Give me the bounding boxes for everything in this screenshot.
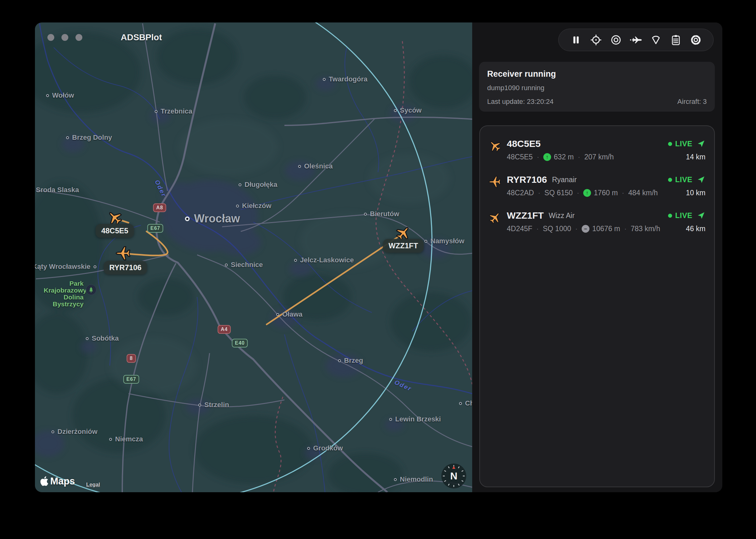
separator: · [578,153,580,161]
city-dot-icon [323,78,326,81]
aircraft-callsign: WZZ1FT [507,210,544,221]
compass-dial-icon [441,464,466,489]
aircraft-squawk: SQ 1000 [543,225,571,233]
close-button[interactable] [47,34,54,41]
titlebar: ADSBPlot [35,23,472,52]
side-panel: Receiver running dump1090 running Last u… [472,23,722,492]
map-aircraft-48C5E5[interactable] [107,210,123,226]
map-view[interactable]: WołówTwardogóraTrzebnicaSycówBrzeg Dolny… [35,23,472,492]
aircraft-speed: 484 km/h [628,189,658,197]
aircraft-icon [488,211,502,225]
aircraft-speed: 207 km/h [584,153,614,161]
city-dot-icon [394,109,397,112]
separator: · [537,153,539,161]
zoom-button[interactable] [75,34,82,41]
map-city-label: Sobótka [86,334,119,343]
map-city-label: Wrocław [185,212,240,225]
range-rings-button[interactable] [609,33,623,47]
city-dot-icon [198,404,201,407]
aircraft-count-label: Aircraft: 3 [677,98,707,106]
map-city-label: Jelcz-Laskowice [294,256,354,264]
separator: · [538,189,541,197]
receiver-status-title: Receiver running [487,69,707,79]
park-tree-icon [86,284,96,295]
altitude-trend-icon: ↑ [543,153,551,161]
map-city-label: Brzeg Dolny [66,133,112,142]
track-arrow-icon [697,139,706,148]
road-shield: A8 [153,203,166,212]
settings-button[interactable] [689,33,703,47]
city-dot-icon [298,165,301,168]
map-city-label: Siechnice [225,261,263,269]
pause-button[interactable] [569,33,583,47]
city-dot-icon [46,94,49,97]
map-city-label: Bierutów [364,210,399,218]
live-label: LIVE [675,175,692,184]
map-city-label: Ch [459,399,472,407]
separator: · [575,225,577,233]
aircraft-icon [488,175,502,189]
window-title: ADSBPlot [121,33,162,42]
aircraft-callsign: RYR7106 [507,174,547,185]
compass[interactable]: N [441,464,466,489]
city-dot-icon [276,313,279,316]
track-arrow-icon [697,211,706,220]
live-dot-icon [668,214,672,218]
aircraft-airline: Wizz Air [549,211,574,220]
map-city-label: Brzeg [338,356,363,365]
legal-link[interactable]: Legal [86,482,100,488]
live-label: LIVE [675,139,692,148]
map-attribution: Maps Legal [40,476,100,488]
locate-button[interactable] [589,33,603,47]
city-dot-icon [338,359,341,362]
map-city-label: Niemcza [109,435,143,443]
aircraft-icao: 4D245F [507,225,532,233]
map-city-label: Dzierżoniów [51,427,97,436]
city-dot-icon [225,264,228,267]
map-aircraft-RYR7106[interactable] [115,245,131,262]
map-city-label: Twardogóra [323,75,367,83]
map-city-label: Kąty Wrocławskie [35,263,96,271]
live-dot-icon [668,142,672,146]
separator: · [622,189,624,197]
aircraft-row[interactable]: WZZ1FT Wizz Air LIVE 4D245F ·SQ 1000 ·–1… [480,203,714,239]
aircraft-callsign: 48C5E5 [507,138,541,149]
separator: · [536,225,539,233]
aircraft-altitude: 1760 m [594,189,618,197]
road-shield: E67 [147,224,163,233]
log-button[interactable] [669,33,683,47]
map-city-label: Kiełczów [236,202,271,210]
map-city-label: Oława [276,310,303,319]
map-city-label: Wołów [46,91,74,100]
map-city-label: Długołęka [239,181,277,189]
live-badge: LIVE [668,139,706,148]
receiver-status-subtitle: dump1090 running [487,84,707,92]
park-label: ParkKrajobrazowyDolina Bystrzycy [44,280,84,308]
map-city-label: Oleśnica [298,162,333,170]
city-dot-icon [185,216,189,221]
app-window: WołówTwardogóraTrzebnicaSycówBrzeg Dolny… [35,23,722,492]
city-dot-icon [109,438,112,441]
aircraft-squawk: SQ 6150 [545,189,573,197]
minimize-button[interactable] [61,34,68,41]
map-city-label: Syców [394,106,422,115]
road-shield: 8 [127,354,136,363]
aircraft-row[interactable]: 48C5E5 LIVE 48C5E5 · ·↑632 m ·207 km/h [480,132,714,168]
track-arrow-icon [697,175,706,184]
aircraft-distance: 14 km [686,153,706,161]
road-shield: A4 [218,325,231,334]
aircraft-trails-button[interactable] [629,33,643,47]
aircraft-distance: 46 km [686,225,706,233]
coverage-button[interactable] [649,33,663,47]
map-city-label: Niemodlin [394,475,433,484]
city-dot-icon [155,110,158,113]
receiver-status-card: Receiver running dump1090 running Last u… [479,62,715,112]
map-city-label: Trzebnica [155,107,192,116]
toolbar [558,29,714,51]
aircraft-row[interactable]: RYR7106 Ryanair LIVE 48C2AD ·SQ 6150 ·↑1… [480,168,714,203]
road-shield: E40 [232,339,248,347]
aircraft-altitude: 10676 m [592,225,620,233]
city-dot-icon [389,418,392,421]
aircraft-speed: 783 km/h [631,225,660,233]
separator: · [577,189,579,197]
